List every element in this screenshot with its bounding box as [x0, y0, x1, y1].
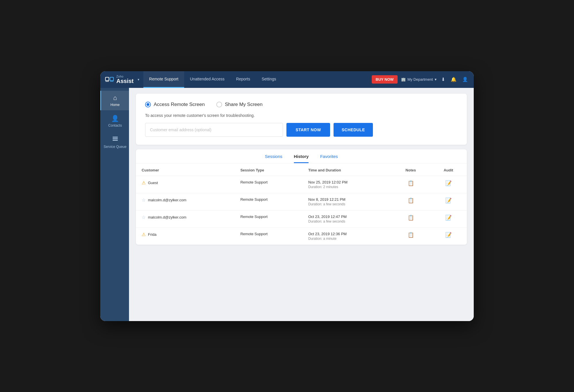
col-notes: Notes [392, 163, 430, 176]
notes-cell-2[interactable]: 📋 [392, 193, 430, 210]
time-primary-1: Nov 25, 2019 12:02 PM [308, 180, 386, 184]
notes-icon-1[interactable]: 📋 [408, 180, 414, 186]
history-table-card: Sessions History Favorites Customer Sess… [136, 149, 467, 245]
start-now-button[interactable]: START NOW [286, 123, 330, 137]
star-icon: ☆ [142, 215, 146, 220]
customer-cell-1: ⚠ Guest [136, 176, 235, 193]
duration-4: Duration: a minute [308, 237, 386, 241]
audit-cell-3[interactable]: 📝 [430, 210, 467, 227]
share-my-screen-option[interactable]: Share My Screen [216, 102, 263, 107]
logo-text: Zoho Assist [116, 75, 134, 84]
time-cell-4: Oct 23, 2019 12:36 PM Duration: a minute [303, 227, 392, 245]
tab-sessions[interactable]: Sessions [265, 154, 282, 163]
col-time-duration: Time and Duration [303, 163, 392, 176]
table-row: ☆ malcolm.d@zylker.com Remote Support No… [136, 193, 467, 210]
session-type-3: Remote Support [235, 210, 303, 227]
audit-icon-1[interactable]: 📝 [445, 180, 452, 186]
col-session-type: Session Type [235, 163, 303, 176]
customer-cell-4: ⚠ Frida [136, 227, 235, 245]
department-dropdown-icon: ▾ [435, 77, 437, 82]
notification-icon-button[interactable]: 🔔 [450, 76, 458, 83]
action-row: START NOW SCHEDULE [145, 123, 458, 137]
history-table: Customer Session Type Time and Duration … [136, 163, 467, 245]
customer-name-3: malcolm.d@zylker.com [148, 215, 186, 219]
sidebar-item-contacts[interactable]: 👤 Contacts [100, 111, 129, 131]
warning-icon: ⚠ [142, 232, 146, 237]
customer-name-1: Guest [148, 181, 158, 185]
time-primary-2: Nov 8, 2019 12:21 PM [308, 197, 386, 202]
service-queue-icon [112, 136, 118, 144]
sidebar-item-home-label: Home [110, 103, 120, 107]
download-icon-button[interactable]: ⬇ [440, 76, 446, 83]
sidebar-item-home[interactable]: ⌂ Home [100, 91, 129, 110]
audit-cell-1[interactable]: 📝 [430, 176, 467, 193]
notes-cell-1[interactable]: 📋 [392, 176, 430, 193]
time-cell-1: Nov 25, 2019 12:02 PM Duration: 2 minute… [303, 176, 392, 193]
nav-tab-unattended-access[interactable]: Unattended Access [184, 71, 230, 88]
content-area: Access Remote Screen Share My Screen To … [129, 88, 474, 321]
nav-tab-reports[interactable]: Reports [230, 71, 256, 88]
session-card: Access Remote Screen Share My Screen To … [136, 94, 467, 145]
col-audit: Audit [430, 163, 467, 176]
buy-now-button[interactable]: BUY NOW [372, 75, 398, 84]
svg-rect-5 [113, 138, 118, 139]
nav-tabs: Remote Support Unattended Access Reports… [143, 71, 282, 88]
audit-icon-3[interactable]: 📝 [445, 215, 452, 221]
department-icon: 🏢 [401, 77, 406, 82]
sidebar-item-contacts-label: Contacts [108, 123, 122, 128]
audit-icon-4[interactable]: 📝 [445, 232, 452, 238]
svg-rect-0 [105, 77, 109, 81]
svg-rect-4 [113, 137, 118, 138]
customer-cell-2: ☆ malcolm.d@zylker.com [136, 193, 235, 210]
duration-1: Duration: 2 minutes [308, 185, 386, 189]
nav-right: BUY NOW 🏢 My Department ▾ ⬇ 🔔 👤 [372, 75, 469, 84]
customer-name-2: malcolm.d@zylker.com [148, 198, 186, 202]
user-icon-button[interactable]: 👤 [461, 76, 469, 83]
access-remote-radio[interactable] [145, 102, 151, 107]
time-cell-2: Nov 8, 2019 12:21 PM Duration: a few sec… [303, 193, 392, 210]
sidebar: ⌂ Home 👤 Contacts Service Queue [100, 88, 129, 321]
department-selector[interactable]: 🏢 My Department ▾ [401, 77, 437, 82]
access-remote-screen-option[interactable]: Access Remote Screen [145, 102, 205, 107]
notes-icon-4[interactable]: 📋 [408, 232, 414, 238]
svg-rect-3 [110, 81, 113, 82]
contacts-icon: 👤 [111, 115, 119, 122]
share-screen-label: Share My Screen [225, 102, 263, 107]
session-type-2: Remote Support [235, 193, 303, 210]
nav-tab-settings[interactable]: Settings [256, 71, 282, 88]
top-navigation: Zoho Assist ▾ Remote Support Unattended … [100, 71, 474, 88]
audit-icon-2[interactable]: 📝 [445, 198, 452, 203]
sidebar-item-service-queue-label: Service Queue [104, 145, 126, 149]
svg-rect-2 [105, 81, 109, 82]
history-tabs-row: Sessions History Favorites [136, 149, 467, 163]
session-description: To access your remote customer's screen … [145, 113, 458, 118]
notes-cell-4[interactable]: 📋 [392, 227, 430, 245]
department-name: My Department [407, 77, 433, 82]
email-input[interactable] [145, 123, 283, 137]
schedule-button[interactable]: SCHEDULE [334, 123, 373, 137]
table-row: ⚠ Guest Remote Support Nov 25, 2019 12:0… [136, 176, 467, 193]
time-cell-3: Oct 23, 2019 12:47 PM Duration: a few se… [303, 210, 392, 227]
logo-dropdown-button[interactable]: ▾ [136, 76, 141, 83]
svg-rect-6 [113, 140, 118, 141]
warning-icon: ⚠ [142, 180, 146, 186]
audit-cell-4[interactable]: 📝 [430, 227, 467, 245]
nav-tab-remote-support[interactable]: Remote Support [143, 71, 184, 88]
share-screen-radio[interactable] [216, 102, 222, 107]
sidebar-item-service-queue[interactable]: Service Queue [100, 132, 129, 152]
notes-icon-3[interactable]: 📋 [408, 215, 414, 221]
audit-cell-2[interactable]: 📝 [430, 193, 467, 210]
app-window: Zoho Assist ▾ Remote Support Unattended … [100, 71, 474, 321]
session-type-1: Remote Support [235, 176, 303, 193]
logo-area: Zoho Assist [105, 75, 134, 84]
notes-icon-2[interactable]: 📋 [408, 198, 414, 203]
time-primary-4: Oct 23, 2019 12:36 PM [308, 232, 386, 236]
time-primary-3: Oct 23, 2019 12:47 PM [308, 215, 386, 219]
tab-history[interactable]: History [294, 154, 309, 163]
table-row: ☆ malcolm.d@zylker.com Remote Support Oc… [136, 210, 467, 227]
tab-favorites[interactable]: Favorites [320, 154, 338, 163]
logo-zoho: Zoho [116, 75, 134, 78]
home-icon: ⌂ [113, 94, 117, 102]
notes-cell-3[interactable]: 📋 [392, 210, 430, 227]
customer-name-4: Frida [148, 232, 157, 237]
